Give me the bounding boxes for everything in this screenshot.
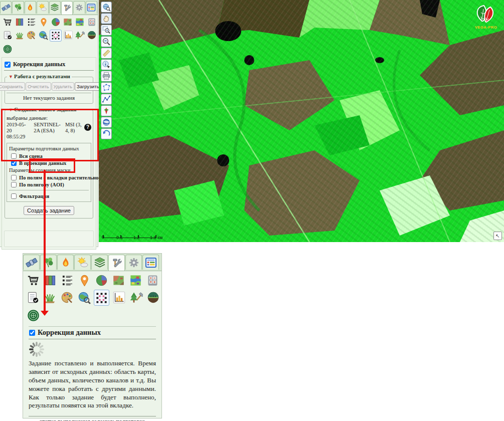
option-checkbox-1[interactable] [11, 182, 17, 187]
tasklist-icon[interactable] [2, 30, 13, 41]
map-color-icon[interactable] [74, 17, 85, 28]
correction-label: Коррекция данных [13, 61, 65, 68]
grid-dots-icon[interactable] [94, 290, 110, 306]
tab-settings-icon[interactable] [73, 1, 85, 14]
grass-icon[interactable] [43, 290, 58, 305]
maptool-m-info-icon[interactable] [101, 59, 112, 70]
option-row[interactable]: По полигону (AOI) [9, 181, 89, 188]
list-icon[interactable] [26, 17, 37, 28]
map-color-icon[interactable] [128, 273, 143, 288]
clear-button[interactable]: Очистить [26, 82, 51, 91]
option-checkbox-0[interactable] [11, 153, 17, 159]
results-status: Нет текущего задания [7, 93, 91, 101]
soil-icon[interactable] [145, 290, 160, 305]
option-checkbox-1[interactable] [11, 160, 17, 166]
tab-layers-icon[interactable] [91, 255, 108, 270]
delete-button[interactable]: Удалить [52, 82, 74, 91]
correction-checkbox[interactable] [5, 62, 11, 68]
palette-icon[interactable] [60, 290, 75, 305]
columns-icon[interactable] [14, 17, 25, 28]
option-label: По полям с вкладки растительность [19, 175, 106, 180]
pie-icon[interactable] [50, 17, 61, 28]
tab-layers-icon[interactable] [49, 1, 61, 14]
maptool-m-earth-icon[interactable] [101, 117, 112, 128]
chart-icon[interactable] [63, 30, 74, 41]
list-icon[interactable] [60, 273, 75, 288]
expand-map-button[interactable]: ↖ [493, 232, 502, 240]
task-status-line: статус выполнения задания: подготовка да… [29, 416, 156, 421]
tab-vegetation-icon[interactable] [40, 255, 57, 270]
tab-tools-icon[interactable] [108, 255, 125, 271]
tab-fire-icon[interactable] [25, 1, 36, 14]
maptool-m-globe-icon[interactable] [101, 2, 112, 13]
option-label: По полигону (AOI) [19, 182, 64, 187]
globe-search-icon[interactable] [38, 30, 49, 41]
maptool-m-hand-icon[interactable] [101, 13, 112, 24]
map-viewport[interactable]: 00.61.21.8 км VEGA-PRO ↖ [99, 0, 504, 242]
maptool-m-zoomout-icon[interactable] [101, 36, 112, 47]
option-row[interactable]: Вся сцена [9, 152, 89, 159]
stamp-icon[interactable] [26, 308, 41, 323]
tab-satellite-icon[interactable] [23, 255, 40, 270]
maptool-m-ruler-icon[interactable] [101, 48, 112, 59]
correction-checkbox[interactable] [29, 330, 35, 336]
pin-icon[interactable] [38, 17, 49, 28]
maptool-m-polyline-icon[interactable] [101, 94, 112, 105]
maptool-m-marker-icon[interactable] [101, 105, 112, 116]
globe-search-icon[interactable] [77, 290, 92, 305]
tab-weather-icon[interactable] [74, 255, 91, 270]
pin-icon[interactable] [77, 273, 92, 288]
calc-icon[interactable] [145, 273, 160, 288]
tab-tools-icon[interactable] [61, 1, 73, 15]
tab-weather-icon[interactable] [37, 1, 48, 14]
tab-fire-icon[interactable] [57, 255, 74, 270]
save-button[interactable]: Сохранить [0, 82, 25, 91]
tab-satellite-icon[interactable] [0, 1, 12, 14]
left-tool-panel: Коррекция данных ▼Работа с результатами … [0, 0, 98, 247]
option-checkbox-0[interactable] [11, 193, 17, 199]
terrain-icon[interactable] [111, 273, 126, 288]
tasklist-icon[interactable] [26, 290, 41, 305]
maptool-m-print-icon[interactable] [101, 71, 112, 82]
tab-vegetation-icon[interactable] [12, 1, 24, 14]
grass-icon[interactable] [14, 30, 25, 41]
scale-label: 0.6 [116, 235, 123, 240]
mask-options: По полям с вкладки растительностьПо поли… [9, 174, 89, 188]
chart-icon[interactable] [111, 290, 126, 305]
maptool-m-zoomrect-icon[interactable] [101, 25, 112, 36]
tool-row-2 [0, 28, 98, 42]
cart-icon[interactable] [26, 273, 41, 288]
satellite-imagery [99, 0, 504, 242]
correction-section: Коррекция данных [25, 326, 160, 421]
terrain-icon[interactable] [62, 17, 73, 28]
option-checkbox-0[interactable] [11, 175, 17, 180]
cart-icon[interactable] [2, 17, 13, 28]
palette-icon[interactable] [26, 30, 37, 41]
data-instrument: MSI (3, 4, 8) [65, 122, 83, 140]
maptool-m-polygon-icon[interactable] [101, 82, 112, 93]
tab-settings-icon[interactable] [125, 255, 142, 270]
empty-results-area [4, 231, 94, 247]
stamp-icon[interactable] [2, 44, 13, 55]
create-task-button[interactable]: Создать задание [24, 206, 74, 215]
triangle-icon: ▼ [9, 74, 13, 79]
option-label: Фильтрация [19, 193, 49, 199]
tab-table-icon[interactable] [142, 255, 159, 270]
results-buttons: СохранитьОчиститьУдалитьЗагрузить [7, 81, 91, 93]
correction-header: Коррекция данных [29, 326, 156, 339]
maptool-m-undo-icon[interactable] [101, 128, 112, 139]
option-row[interactable]: По полям с вкладки растительность [9, 174, 89, 181]
calc-icon[interactable] [86, 17, 97, 28]
forest-icon[interactable] [128, 290, 143, 305]
grid-dots-icon[interactable] [50, 30, 62, 42]
task-running-message: Задание поставлено и выполняется. Время … [29, 358, 156, 413]
help-badge[interactable]: ? [84, 124, 91, 131]
forest-icon[interactable] [75, 30, 86, 41]
tab-table-icon[interactable] [86, 1, 97, 14]
load-button[interactable]: Загрузить [75, 82, 101, 91]
pie-icon[interactable] [94, 273, 109, 288]
option-row[interactable]: В проекции данных [9, 159, 89, 166]
columns-icon[interactable] [43, 273, 58, 288]
option-row[interactable]: Фильтрация [9, 192, 89, 199]
soil-icon[interactable] [86, 30, 97, 41]
